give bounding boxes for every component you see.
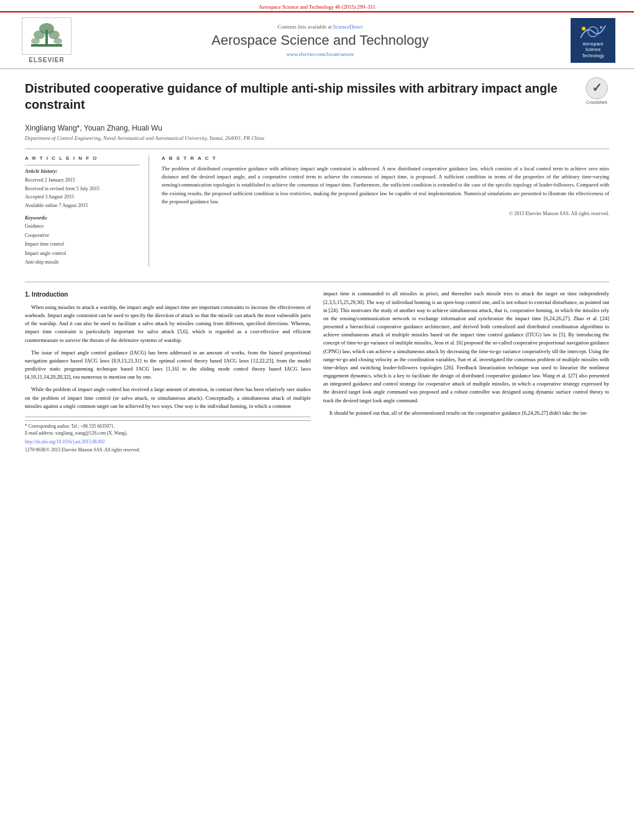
svg-point-4 [48,30,60,39]
author-names: Xingliang Wang*, Youan Zhang, Huali Wu [25,124,162,132]
svg-point-3 [34,30,45,39]
svg-point-9 [600,26,602,29]
body-col2: impact time is commanded to all missiles… [323,290,609,453]
footnote-area: * Corresponding author. Tel.: +86 535 66… [25,417,311,453]
article-dates: Received 2 January 2015 Received in revi… [25,176,140,210]
issn-line: 1270-9638/© 2015 Elsevier Masson SAS. Al… [25,446,311,453]
keyword-2: Cooperative [25,231,140,240]
available-date: Available online 7 August 2015 [25,201,140,210]
body-two-col: 1. Introduction When using missiles to a… [0,282,634,453]
body-para-col2-2: It should be pointed out that, all of th… [323,409,609,417]
article-info-heading: A R T I C L E I N F O [25,155,140,161]
article-content: Distributed cooperative guidance of mult… [0,69,634,273]
body-para-2: The issue of impact angle control guidan… [25,349,311,382]
journal-header: ELSEVIER Contents lists available at Sci… [0,11,634,69]
received-revised-date: Received in revised form 5 July 2015 [25,185,140,193]
history-heading: Article history: [25,165,140,174]
accepted-date: Accepted 3 August 2015 [25,193,140,201]
svg-point-6 [53,38,62,44]
journal-url[interactable]: www.elsevier.com/locate/aescte [75,51,566,57]
abstract-heading: A B S T R A C T [162,155,609,161]
sciencedirect-link-text[interactable]: ScienceDirect [333,24,363,30]
keywords-heading: Keywords: [25,215,140,221]
crossmark-badge: ✓ CrossMark [584,77,609,102]
svg-point-5 [31,38,40,44]
journal-logo-right: AerospaceScienceTechnology [566,18,615,63]
ast-logo-icon [577,22,609,41]
body-col1: 1. Introduction When using missiles to a… [25,290,311,453]
keyword-5: Anti-ship missile [25,258,140,267]
keyword-1: Guidance [25,222,140,231]
svg-rect-0 [31,44,62,47]
journal-title: Aerospace Science and Technology [75,32,566,48]
sciencedirect-link: Contents lists available at ScienceDirec… [75,24,566,30]
svg-point-8 [582,27,586,30]
elsevier-logo-box [22,17,71,55]
abstract-text: The problem of distributed cooperative g… [162,165,609,206]
authors: Xingliang Wang*, Youan Zhang, Huali Wu [25,124,609,132]
keywords-list: Guidance Cooperative Impact time control… [25,222,140,267]
keyword-3: Impact time control [25,240,140,249]
elsevier-tree-icon [28,22,65,50]
journal-ref-text: Aerospace Science and Technology 46 (201… [259,4,375,10]
email-note: E-mail address: xingliang_wang@126.com (… [25,430,311,436]
ast-logo: AerospaceScienceTechnology [571,18,615,63]
body-para-3: While the problem of impact angle contro… [25,385,311,410]
journal-center: Contents lists available at ScienceDirec… [75,24,566,57]
section1-title: 1. Introduction [25,290,311,300]
ast-logo-text: AerospaceScienceTechnology [582,41,604,58]
svg-text:✓: ✓ [592,81,602,95]
crossmark-label: CrossMark [586,100,607,104]
body-para-1: When using missiles to attack a warship,… [25,303,311,344]
article-info-abstract: A R T I C L E I N F O Article history: R… [25,149,609,267]
elsevier-logo: ELSEVIER [19,17,75,63]
body-para-col2-1: impact time is commanded to all missiles… [323,290,609,404]
keyword-4: Impact angle control [25,249,140,258]
journal-reference-bar: Aerospace Science and Technology 46 (201… [0,0,634,11]
corresponding-author-note: * Corresponding author. Tel.: +86 535 66… [25,423,311,430]
page: Aerospace Science and Technology 46 (201… [0,0,634,840]
received-date: Received 2 January 2015 [25,176,140,185]
elsevier-brand-text: ELSEVIER [29,57,64,63]
contents-text: Contents lists available at [278,24,332,30]
crossmark-icon: ✓ [586,77,608,99]
abstract-section: A B S T R A C T The problem of distribut… [162,155,609,267]
affiliation: Department of Control Engineering, Naval… [25,135,609,141]
article-info-panel: A R T I C L E I N F O Article history: R… [25,155,149,267]
article-title: Distributed cooperative guidance of mult… [25,80,577,113]
doi-link[interactable]: http://dx.doi.org/10.1016/j.ast.2015.08.… [25,438,311,445]
title-area: Distributed cooperative guidance of mult… [25,80,609,119]
abstract-copyright: © 2015 Elsevier Masson SAS. All rights r… [162,211,609,216]
